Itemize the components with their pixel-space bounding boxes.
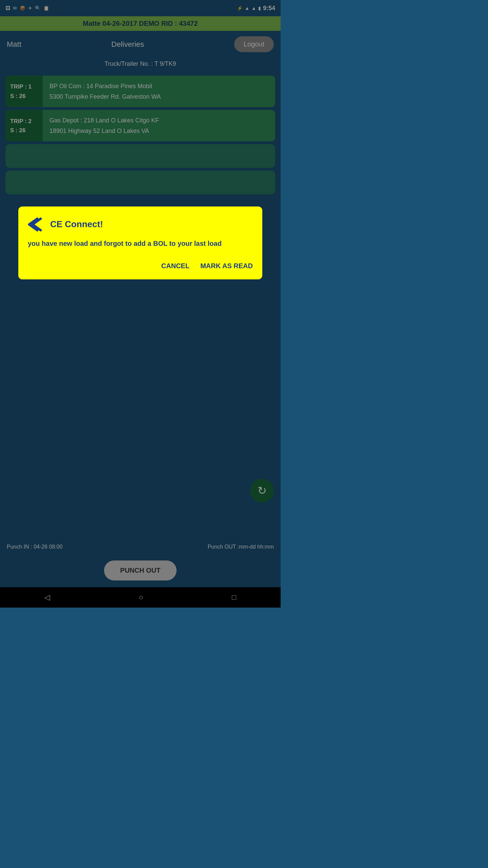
modal-buttons: CANCEL MARK AS READ: [28, 262, 253, 270]
modal-title: CE Connect!: [50, 219, 103, 230]
modal-message: you have new load and forgot to add a BO…: [28, 238, 253, 249]
ce-connect-logo: [28, 217, 45, 232]
cancel-button[interactable]: CANCEL: [161, 262, 189, 270]
mark-as-read-button[interactable]: MARK AS READ: [200, 262, 253, 270]
logo-svg: [28, 217, 45, 232]
modal-overlay: CE Connect! you have new load and forgot…: [0, 0, 281, 608]
modal-box: CE Connect! you have new load and forgot…: [18, 206, 262, 279]
modal-header: CE Connect!: [28, 217, 253, 232]
